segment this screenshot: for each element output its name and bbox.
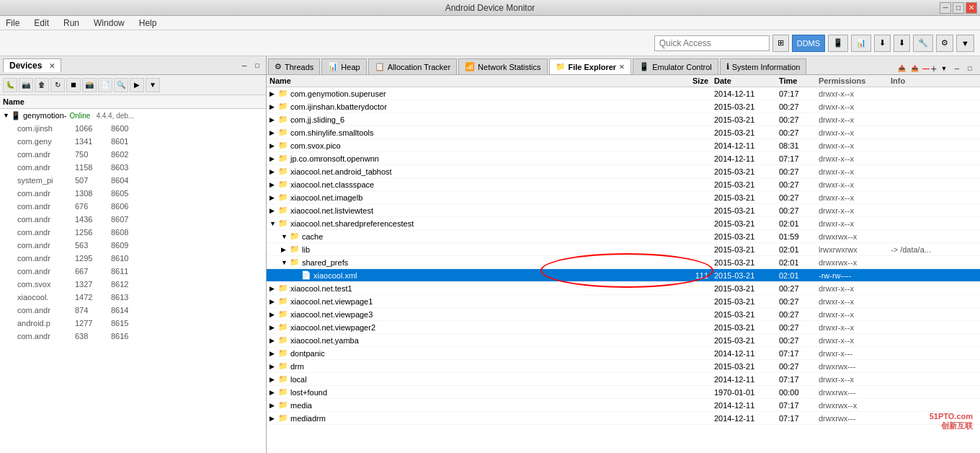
- tab-emulator[interactable]: 📱 Emulator Control: [633, 58, 718, 74]
- expand-icon[interactable]: ▶: [270, 103, 278, 110]
- open-perspective-button[interactable]: ⊞: [772, 35, 789, 52]
- tab-allocation[interactable]: 📋 Allocation Tracker: [368, 58, 457, 74]
- expand-icon[interactable]: ▶: [270, 116, 278, 123]
- toolbar-btn-5[interactable]: 🔧: [913, 35, 933, 52]
- app-row[interactable]: com.andr 1308 8605: [0, 187, 266, 200]
- toolbar-btn-7[interactable]: ▼: [956, 35, 974, 52]
- app-row[interactable]: com.andr 1295 8610: [0, 252, 266, 265]
- toolbar-btn-2[interactable]: 📊: [851, 35, 871, 52]
- file-list[interactable]: ▶ 📁 com.genymotion.superuser 2014-12-11 …: [267, 87, 980, 425]
- file-row[interactable]: ▼ 📁 xiaocool.net.sharedpreferencestest 2…: [267, 217, 980, 230]
- tab-network[interactable]: 📶 Network Statistics: [458, 58, 547, 74]
- tab-sysinfo[interactable]: ℹ System Information: [720, 58, 807, 74]
- app-row[interactable]: com.andr 563 8609: [0, 239, 266, 252]
- app-row[interactable]: com.andr 750 8602: [0, 148, 266, 161]
- devices-list[interactable]: ▼ 📱 genymotion- Online 4.4.4, deb... com…: [0, 109, 266, 453]
- file-row[interactable]: ▶ 📁 com.genymotion.superuser 2014-12-11 …: [267, 87, 980, 100]
- file-row[interactable]: ▶ 📁 com.jj.sliding_6 2015-03-21 00:27 dr…: [267, 113, 980, 126]
- app-row[interactable]: com.andr 1436 8607: [0, 213, 266, 226]
- app-row[interactable]: com.andr 874 8614: [0, 304, 266, 317]
- file-row[interactable]: ▶ 📁 xiaocool.net.viewpage1 2015-03-21 00…: [267, 295, 980, 308]
- refresh-btn[interactable]: ↻: [50, 78, 65, 92]
- arrow-btn[interactable]: ▶: [130, 78, 144, 92]
- panel-down-btn[interactable]: ▼: [938, 63, 950, 74]
- camera-btn[interactable]: 📷: [19, 78, 33, 92]
- expand-icon[interactable]: ▶: [270, 415, 278, 422]
- expand-icon[interactable]: ▶: [270, 207, 278, 214]
- panel-min-btn[interactable]: ─: [951, 63, 963, 74]
- trash-btn[interactable]: 🗑: [35, 78, 49, 92]
- menu-run[interactable]: Run: [61, 17, 82, 29]
- tab-close-icon[interactable]: ✕: [619, 63, 625, 71]
- app-row[interactable]: com.ijinsh 1066 8600: [0, 122, 266, 135]
- file-row[interactable]: ▶ 📁 com.shinylife.smalltools 2015-03-21 …: [267, 126, 980, 139]
- file-row[interactable]: ▶ 📁 lost+found 1970-01-01 00:00 drwxrwx-…: [267, 386, 980, 399]
- quick-access-input[interactable]: [654, 35, 770, 51]
- app-row[interactable]: system_pi 507 8604: [0, 174, 266, 187]
- file-row[interactable]: ▶ 📁 lib 2015-03-21 02:01 lrwxrwxrwx -> /…: [267, 243, 980, 256]
- expand-icon[interactable]: ▶: [270, 181, 278, 188]
- file-row[interactable]: ▶ 📁 xiaocool.net.viewpager2 2015-03-21 0…: [267, 321, 980, 334]
- file-explorer-content[interactable]: Name Size Date Time Permissions Info ▶ 📁…: [267, 75, 980, 453]
- file-row[interactable]: ▼ 📁 cache 2015-03-21 01:59 drwxrwx--x: [267, 230, 980, 243]
- app-row[interactable]: com.svox 1327 8612: [0, 278, 266, 291]
- app-row[interactable]: com.andr 1256 8608: [0, 226, 266, 239]
- maximize-panel-btn[interactable]: □: [251, 60, 263, 71]
- panel-add-btn[interactable]: +: [931, 63, 937, 74]
- expand-icon[interactable]: ▶: [270, 363, 278, 370]
- menu-file[interactable]: File: [3, 17, 22, 29]
- file-row[interactable]: ▶ 📁 com.svox.pico 2014-12-11 08:31 drwxr…: [267, 139, 980, 152]
- file-row[interactable]: ▶ 📁 dontpanic 2014-12-11 07:17 drwxr-x--…: [267, 347, 980, 360]
- app-row[interactable]: com.andr 667 8611: [0, 265, 266, 278]
- dump-btn[interactable]: 📄: [98, 78, 112, 92]
- app-row[interactable]: com.geny 1341 8601: [0, 135, 266, 148]
- tab-heap[interactable]: 📊 Heap: [321, 58, 366, 74]
- panel-max-btn[interactable]: □: [964, 63, 976, 74]
- expand-icon[interactable]: ▶: [270, 389, 278, 396]
- menu-window[interactable]: Window: [91, 17, 128, 29]
- expand-icon[interactable]: ▶: [270, 155, 278, 162]
- file-row[interactable]: ▶ 📁 drm 2015-03-21 00:27 drwxrwx---: [267, 360, 980, 373]
- file-row[interactable]: ▶ 📁 xiaocool.net.viewpage3 2015-03-21 00…: [267, 308, 980, 321]
- toolbar-btn-4[interactable]: ⬇: [894, 35, 910, 52]
- ddms-button[interactable]: DDMS: [792, 35, 825, 52]
- more-btn[interactable]: ▼: [146, 78, 160, 92]
- file-row[interactable]: ▶ 📁 xiaocool.net.classspace 2015-03-21 0…: [267, 178, 980, 191]
- expand-icon[interactable]: ▶: [270, 311, 278, 318]
- screenshot-btn[interactable]: 📸: [82, 78, 97, 92]
- expand-icon[interactable]: ▶: [270, 285, 278, 292]
- expand-icon[interactable]: ▶: [270, 194, 278, 201]
- expand-icon[interactable]: ▶: [270, 142, 278, 149]
- file-row[interactable]: ▶ 📁 xiaocool.net.listviewtest 2015-03-21…: [267, 204, 980, 217]
- tab-file-explorer[interactable]: 📁 File Explorer ✕: [549, 58, 632, 74]
- app-row[interactable]: com.andr 638 8616: [0, 330, 266, 343]
- app-row[interactable]: com.andr 676 8606: [0, 200, 266, 213]
- toolbar-btn-3[interactable]: ⬇: [874, 35, 891, 52]
- file-row[interactable]: ▶ 📁 mediadrm 2014-12-11 07:17 drwxrwx---: [267, 412, 980, 425]
- menu-help[interactable]: Help: [136, 17, 160, 29]
- expand-icon[interactable]: ▼: [270, 220, 278, 227]
- toolbar-btn-6[interactable]: ⚙: [936, 35, 953, 52]
- expand-icon[interactable]: ▶: [270, 376, 278, 383]
- file-row[interactable]: ▶ 📁 xiaocool.net.android_tabhost 2015-03…: [267, 165, 980, 178]
- debug-btn[interactable]: 🐛: [3, 78, 17, 92]
- panel-toolbar-btn2[interactable]: 📤: [909, 63, 921, 74]
- expand-icon[interactable]: ▶: [270, 168, 278, 175]
- device-row-main[interactable]: ▼ 📱 genymotion- Online 4.4.4, deb...: [0, 109, 266, 122]
- app-row[interactable]: android.p 1277 8615: [0, 317, 266, 330]
- expand-icon[interactable]: ▶: [270, 129, 278, 136]
- tab-threads[interactable]: ⚙ Threads: [268, 58, 320, 74]
- toolbar-btn-1[interactable]: 📱: [828, 35, 848, 52]
- app-row[interactable]: com.andr 1158 8603: [0, 161, 266, 174]
- expand-icon[interactable]: ▶: [281, 246, 290, 253]
- expand-icon[interactable]: ▶: [270, 402, 278, 409]
- file-row[interactable]: ▶ 📁 xiaocool.net.test1 2015-03-21 00:27 …: [267, 282, 980, 295]
- file-row[interactable]: ▶ 📁 local 2014-12-11 07:17 drwxr-x--x: [267, 373, 980, 386]
- file-row[interactable]: ▼ 📁 shared_prefs 2015-03-21 02:01 drwxrw…: [267, 256, 980, 269]
- file-row[interactable]: ▶ 📁 media 2014-12-11 07:17 drwxrwx--x: [267, 399, 980, 412]
- expand-icon[interactable]: ▶: [270, 337, 278, 344]
- panel-red-btn[interactable]: ─: [922, 63, 930, 74]
- file-row[interactable]: ▶ 📁 jp.co.omronsoft.openwnn 2014-12-11 0…: [267, 152, 980, 165]
- file-row[interactable]: ▶ 📁 xiaocool.net.yamba 2015-03-21 00:27 …: [267, 334, 980, 347]
- minimize-panel-btn[interactable]: ─: [239, 60, 250, 71]
